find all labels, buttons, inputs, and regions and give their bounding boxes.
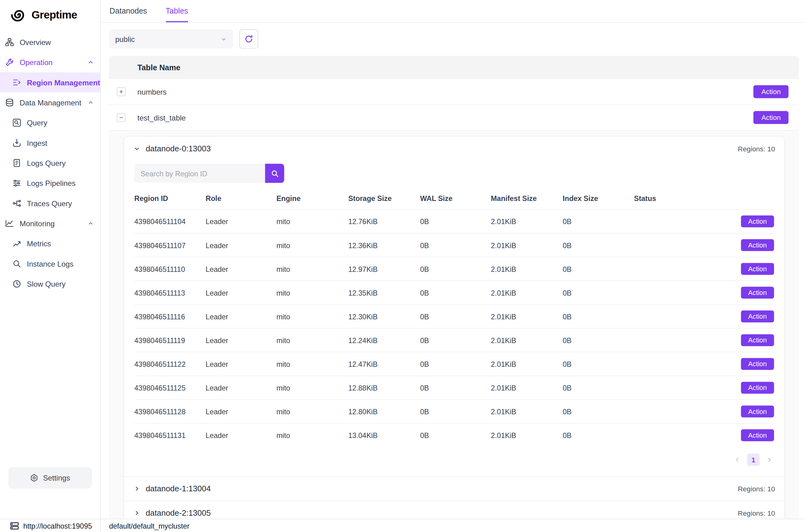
region-cell-status	[634, 423, 695, 447]
region-row: 4398046511110Leadermito12.97KiB0B2.01KiB…	[134, 257, 774, 281]
datanode-0-header[interactable]: datanode-0:13003 Regions: 10	[124, 137, 784, 160]
datanode-name: datanode-0:13003	[146, 144, 211, 153]
sidebar-item-ingest[interactable]: Ingest	[0, 133, 100, 153]
pagination: 1	[134, 447, 774, 469]
region-cell-index-size: 0B	[562, 305, 634, 328]
region-cell-manifest-size: 2.01KiB	[491, 423, 562, 447]
region-action-button[interactable]: Action	[741, 382, 774, 394]
region-cell-wal-size: 0B	[420, 257, 491, 281]
table-action-button[interactable]: Action	[754, 85, 789, 98]
region-row: 4398046511113Leadermito12.35KiB0B2.01KiB…	[134, 281, 774, 305]
tab-tables[interactable]: Tables	[166, 0, 188, 22]
server-icon	[10, 521, 19, 530]
region-action-button[interactable]: Action	[741, 358, 774, 370]
region-action-button[interactable]: Action	[741, 334, 774, 346]
region-row: 4398046511125Leadermito12.88KiB0B2.01KiB…	[134, 376, 774, 399]
sidebar-item-query[interactable]: Query	[0, 113, 100, 133]
datanode-section-0: datanode-0:13003 Regions: 10	[124, 137, 784, 476]
region-action-button[interactable]: Action	[741, 406, 774, 418]
region-action-button[interactable]: Action	[741, 215, 774, 227]
tab-datanodes[interactable]: Datanodes	[110, 0, 147, 22]
region-cell-engine: mito	[276, 376, 348, 399]
sidebar-section-label: Monitoring	[20, 220, 55, 228]
region-search-input[interactable]	[134, 164, 265, 183]
region-column-header: Region ID	[134, 189, 206, 209]
region-cell-manifest-size: 2.01KiB	[491, 281, 562, 305]
sidebar-item-label: Logs Query	[27, 159, 66, 167]
sidebar-item-slow-query[interactable]: Slow Query	[0, 274, 100, 294]
region-action-button[interactable]: Action	[741, 310, 774, 322]
region-action-button[interactable]: Action	[741, 429, 774, 441]
region-cell-manifest-size: 2.01KiB	[491, 210, 562, 233]
region-row: 4398046511128Leadermito12.80KiB0B2.01KiB…	[134, 399, 774, 423]
region-cell-index-size: 0B	[562, 233, 634, 257]
region-cell-action: Action	[695, 281, 774, 305]
region-column-header: Role	[206, 189, 276, 209]
region-cell-action: Action	[695, 376, 774, 399]
statusbar-url: http://localhost:19095	[23, 521, 92, 530]
pagination-prev-icon[interactable]	[734, 456, 741, 463]
gear-icon	[30, 474, 39, 482]
table-action-button[interactable]: Action	[754, 111, 789, 124]
region-cell-manifest-size: 2.01KiB	[491, 399, 562, 423]
region-cell-wal-size: 0B	[420, 399, 491, 423]
region-cell-storage-size: 13.04KiB	[348, 423, 420, 447]
region-cell-region-id: 4398046511107	[134, 233, 206, 257]
sidebar-item-region-management[interactable]: Region Management	[0, 72, 100, 93]
region-column-header: Engine	[276, 189, 348, 209]
region-cell-engine: mito	[276, 328, 348, 352]
region-table-header-row: Region IDRoleEngineStorage SizeWAL SizeM…	[134, 189, 774, 209]
region-cell-index-size: 0B	[562, 423, 634, 447]
region-cell-manifest-size: 2.01KiB	[491, 352, 562, 376]
region-search-button[interactable]	[265, 164, 284, 183]
region-row: 4398046511116Leadermito12.30KiB0B2.01KiB…	[134, 305, 774, 328]
region-action-button[interactable]: Action	[741, 239, 774, 251]
sidebar-section-data-management[interactable]: Data Management	[0, 93, 100, 113]
region-column-header: Manifest Size	[491, 189, 562, 209]
sidebar-item-metrics[interactable]: Metrics	[0, 234, 100, 254]
expand-icon[interactable]: +	[117, 87, 126, 96]
region-cell-storage-size: 12.30KiB	[348, 305, 420, 328]
region-management-icon	[12, 78, 21, 87]
region-cell-manifest-size: 2.01KiB	[491, 376, 562, 399]
region-cell-role: Leader	[206, 423, 276, 447]
region-cell-region-id: 4398046511116	[134, 305, 206, 328]
region-action-button[interactable]: Action	[741, 263, 774, 275]
sidebar-item-label: Ingest	[27, 139, 47, 147]
table-row-numbers: + numbers Action	[109, 79, 799, 105]
tab-bar: Datanodes Tables	[101, 0, 804, 23]
sidebar-item-logs-pipelines[interactable]: Logs Pipelines	[0, 173, 100, 193]
region-cell-wal-size: 0B	[420, 376, 491, 399]
sidebar-section-monitoring[interactable]: Monitoring	[0, 213, 100, 233]
region-cell-status	[634, 352, 695, 376]
sidebar-section-operation[interactable]: Operation	[0, 52, 100, 72]
collapse-icon[interactable]: −	[117, 113, 126, 122]
chevron-right-icon	[133, 485, 140, 492]
settings-button[interactable]: Settings	[8, 467, 92, 489]
region-cell-action: Action	[695, 399, 774, 423]
sidebar-item-logs-query[interactable]: Logs Query	[0, 153, 100, 173]
datanode-2-header[interactable]: datanode-2:13005 Regions: 10	[124, 501, 784, 519]
region-cell-status	[634, 233, 695, 257]
region-cell-index-size: 0B	[562, 376, 634, 399]
region-cell-action: Action	[695, 352, 774, 376]
region-column-header: Storage Size	[348, 189, 420, 209]
refresh-button[interactable]	[239, 30, 259, 49]
sidebar-item-traces-query[interactable]: Traces Query	[0, 193, 100, 213]
sidebar-item-instance-logs[interactable]: Instance Logs	[0, 254, 100, 274]
sidebar-item-overview[interactable]: Overview	[0, 32, 100, 52]
refresh-icon	[245, 35, 253, 43]
chevron-up-icon	[87, 59, 94, 66]
region-cell-index-size: 0B	[562, 352, 634, 376]
region-cell-wal-size: 0B	[420, 305, 491, 328]
pagination-page-1[interactable]: 1	[747, 454, 760, 466]
datanode-1-header[interactable]: datanode-1:13004 Regions: 10	[124, 477, 784, 500]
datanode-name: datanode-2:13005	[146, 508, 211, 517]
region-cell-storage-size: 12.88KiB	[348, 376, 420, 399]
sidebar-item-label: Region Management	[27, 78, 100, 87]
schema-select[interactable]: public	[109, 30, 233, 49]
region-action-button[interactable]: Action	[741, 287, 774, 299]
pagination-next-icon[interactable]	[766, 456, 773, 463]
metrics-icon	[12, 239, 21, 248]
regions-count: Regions: 10	[738, 485, 775, 493]
